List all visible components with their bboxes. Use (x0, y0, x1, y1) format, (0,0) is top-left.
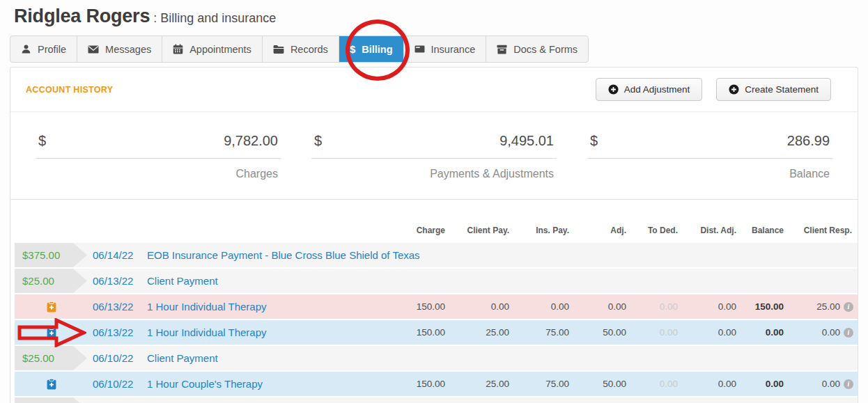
create-statement-button[interactable]: Create Statement (716, 78, 831, 101)
ledger-row: $25.0006/10/22Client Payment (15, 346, 858, 370)
summary-charges: $ 9,782.00 Charges (36, 133, 281, 199)
charges-amount: 9,782.00 (224, 133, 278, 149)
client-tab-bar: ProfileMessagesAppointmentsRecords$Billi… (10, 35, 589, 63)
row-date-link[interactable]: 06/10/22 (93, 378, 133, 390)
clipboard-plus-icon (47, 327, 56, 338)
balance-label: Balance (587, 159, 832, 180)
add-adjustment-label: Add Adjustment (624, 84, 690, 95)
account-history-card: ACCOUNT HISTORY Add Adjustment Create St… (10, 67, 858, 403)
tab-records[interactable]: Records (263, 36, 339, 62)
tab-profile[interactable]: Profile (10, 36, 77, 62)
dollar-icon: $ (350, 44, 355, 54)
tab-appointments[interactable]: Appointments (162, 36, 263, 62)
person-icon (21, 44, 31, 54)
ledger-row: 06/10/221 Hour Couple's Therapy150.0025.… (15, 372, 858, 396)
currency-symbol: $ (590, 133, 598, 149)
column-header: Ins. Pay. (515, 226, 575, 235)
ledger-rows: $375.0006/14/22EOB Insurance Payment - B… (15, 243, 858, 403)
row-date-link[interactable]: 06/14/22 (93, 249, 133, 261)
row-date-link[interactable]: 06/13/22 (93, 275, 133, 287)
tab-billing[interactable]: $Billing (339, 36, 404, 62)
amount-cell: 50.00 (575, 327, 632, 338)
row-date-link[interactable]: 06/10/22 (93, 352, 133, 364)
page-title: Ridglea Rogers: Billing and insurance (14, 6, 276, 27)
summary-payments: $ 9,495.01 Payments & Adjustments (311, 133, 557, 199)
charge-icon-cell (15, 327, 93, 338)
amount-cell: 0.00 (742, 327, 789, 338)
amount-cell: 0.00 (515, 301, 575, 312)
column-header: Client Resp. (789, 226, 858, 235)
amount-cell: 25.00 (451, 327, 515, 338)
row-date-link[interactable]: 06/13/22 (93, 326, 133, 338)
amount-cell: 25.00 (451, 379, 515, 389)
info-icon[interactable]: i (844, 302, 853, 312)
tab-messages[interactable]: Messages (77, 36, 162, 62)
section-title: ACCOUNT HISTORY (26, 85, 113, 95)
add-adjustment-button[interactable]: Add Adjustment (596, 78, 703, 101)
amount-cell: 0.00 (575, 301, 632, 312)
ledger-row: 06/13/221 Hour Individual Therapy150.002… (15, 320, 858, 345)
archive-box-icon (497, 45, 507, 54)
client-resp-value: 0.00 (822, 327, 840, 338)
tab-docs-forms[interactable]: Docs & Forms (486, 36, 588, 62)
column-header: Balance (742, 226, 789, 235)
page-subtitle: : Billing and insurance (153, 11, 276, 25)
tab-label: Appointments (189, 44, 251, 55)
account-summary: $ 9,782.00 Charges $ 9,495.01 Payments &… (10, 112, 858, 200)
tab-label: Docs & Forms (513, 44, 578, 55)
amount-cell: 75.00 (515, 327, 575, 338)
column-header: To Ded. (632, 226, 683, 235)
tab-label: Insurance (431, 44, 476, 55)
clipboard-plus-icon (47, 301, 56, 313)
column-header: Adj. (575, 226, 632, 235)
charge-icon-cell (15, 301, 93, 313)
row-description-link[interactable]: 1 Hour Individual Therapy (147, 326, 267, 338)
client-resp-cell: 0.00i (789, 327, 858, 338)
account-history-header: ACCOUNT HISTORY Add Adjustment Create St… (10, 68, 858, 112)
amount-cell: 0.00 (683, 301, 742, 312)
tab-label: Messages (105, 44, 151, 55)
ledger-row: 06/13/221 Hour Individual Therapy150.000… (15, 294, 858, 319)
folder-icon (273, 45, 284, 54)
tab-label: Records (290, 44, 328, 55)
tab-insurance[interactable]: Insurance (404, 36, 487, 62)
row-description-link[interactable]: EOB Insurance Payment - Blue Cross Blue … (147, 249, 420, 261)
row-description-link[interactable]: 1 Hour Couple's Therapy (147, 378, 263, 390)
ledger-row: $375.0006/14/22EOB Insurance Payment - B… (15, 243, 858, 267)
billing-page: Ridglea Rogers: Billing and insurance Pr… (0, 0, 868, 403)
amount-cell: 150.00 (388, 379, 451, 389)
envelope-icon (88, 45, 99, 54)
ledger-row (15, 397, 858, 403)
clipboard-plus-icon (47, 379, 56, 390)
info-icon[interactable]: i (844, 379, 853, 389)
calendar-icon (173, 44, 183, 54)
charge-icon-cell (15, 379, 93, 390)
row-description-link[interactable]: Client Payment (147, 352, 218, 364)
payment-amount-badge: $25.00 (15, 346, 87, 370)
amount-cell: 150.00 (388, 301, 451, 312)
column-header: Charge (388, 226, 451, 235)
payments-amount: 9,495.01 (499, 133, 554, 149)
amount-cell: 0.00 (683, 327, 742, 338)
client-name: Ridglea Rogers (14, 6, 150, 26)
summary-balance: $ 286.99 Balance (587, 133, 832, 199)
tab-label: Billing (362, 44, 392, 55)
amount-cell: 0.00 (632, 379, 683, 389)
plus-circle-icon (608, 84, 619, 95)
client-resp-cell: 0.00i (789, 379, 858, 389)
column-header: Dist. Adj. (683, 226, 742, 235)
amount-cell: 150.00 (388, 327, 451, 338)
amount-cell: 50.00 (575, 379, 632, 389)
charges-label: Charges (36, 159, 281, 180)
info-icon[interactable]: i (844, 328, 853, 338)
credit-card-icon (414, 45, 425, 54)
balance-amount: 286.99 (787, 133, 830, 149)
row-date-link[interactable]: 06/13/22 (93, 301, 133, 313)
row-description-link[interactable]: Client Payment (147, 275, 218, 287)
client-resp-cell: 25.00i (789, 301, 858, 312)
row-description-link[interactable]: 1 Hour Individual Therapy (147, 301, 267, 313)
client-resp-value: 0.00 (822, 379, 840, 389)
table-header: ChargeClient Pay.Ins. Pay.Adj.To Ded.Dis… (15, 220, 858, 241)
column-header: Client Pay. (451, 226, 515, 235)
amount-cell: 75.00 (515, 379, 575, 389)
